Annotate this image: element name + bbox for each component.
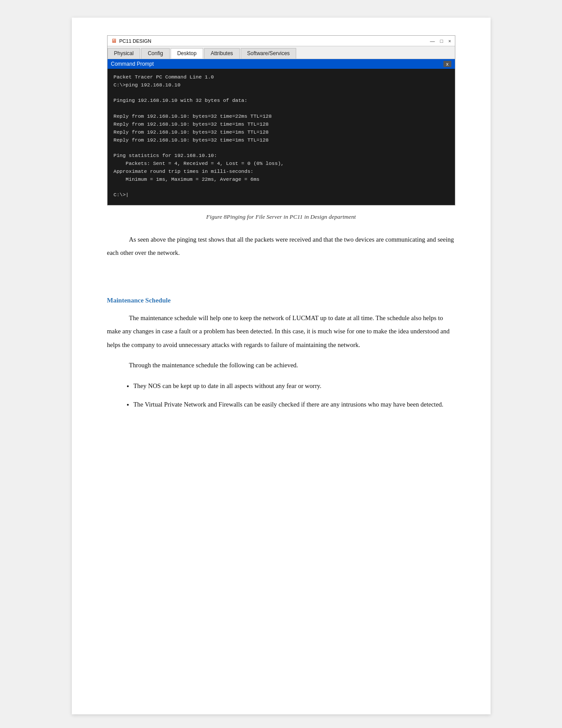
cmd-line-10: Approximate round trip times in milli-se… <box>114 168 253 174</box>
window-title-text: PC11 DESIGN <box>119 38 152 44</box>
simulator-window: 🖥 PC11 DESIGN — □ × Physical Config Desk… <box>107 35 455 205</box>
paragraph-2: The maintenance schedule will help one t… <box>107 311 455 351</box>
cmd-close-button[interactable]: x <box>443 61 451 67</box>
bullet-item-2: The Virtual Private Network and Firewall… <box>134 398 455 411</box>
close-button[interactable]: × <box>448 38 451 44</box>
cmd-prompt[interactable]: C:\>| <box>114 192 129 198</box>
cmd-header: Command Prompt x <box>108 59 455 69</box>
bullet-list: They NOS can be kept up to date in all a… <box>134 379 455 411</box>
section-heading: Maintenance Schedule <box>107 297 455 304</box>
page: 🖥 PC11 DESIGN — □ × Physical Config Desk… <box>72 18 491 714</box>
tab-config[interactable]: Config <box>141 48 170 59</box>
paragraph-1: As seen above the pinging test shows tha… <box>107 233 455 260</box>
cmd-line-6: Reply from 192.168.10.10: bytes=32 time=… <box>114 129 269 135</box>
cmd-line-11: Minimum = 1ms, Maximum = 22ms, Average =… <box>114 176 260 182</box>
cmd-line-4: Reply from 192.168.10.10: bytes=32 time=… <box>114 113 272 119</box>
window-tabs: Physical Config Desktop Attributes Softw… <box>108 46 455 59</box>
paragraph-3: Through the maintenance schedule the fol… <box>107 358 455 372</box>
cmd-line-8: Ping statistics for 192.168.10.10: <box>114 153 217 158</box>
window-icon: 🖥 <box>111 37 117 44</box>
cmd-line-5: Reply from 192.168.10.10: bytes=32 time=… <box>114 121 269 127</box>
cmd-line-9: Packets: Sent = 4, Received = 4, Lost = … <box>114 161 284 166</box>
maximize-button[interactable]: □ <box>440 38 443 44</box>
minimize-button[interactable]: — <box>430 38 435 44</box>
bullet-item-2-text: The Virtual Private Network and Firewall… <box>134 401 443 408</box>
command-prompt-area: Command Prompt x Packet Tracer PC Comman… <box>108 59 455 205</box>
cmd-title: Command Prompt <box>111 61 154 67</box>
window-controls[interactable]: — □ × <box>430 38 451 44</box>
bullet-item-1-text: They NOS can be kept up to date in all a… <box>134 382 322 389</box>
window-titlebar: 🖥 PC11 DESIGN — □ × <box>108 36 455 46</box>
cmd-body[interactable]: Packet Tracer PC Command Line 1.0 C:\>pi… <box>108 69 455 205</box>
tab-attributes[interactable]: Attributes <box>204 48 240 59</box>
cmd-line-3: Pinging 192.168.10.10 with 32 bytes of d… <box>114 97 248 103</box>
bullet-item-1: They NOS can be kept up to date in all a… <box>134 379 455 392</box>
window-title-left: 🖥 PC11 DESIGN <box>111 37 152 44</box>
tab-software-services[interactable]: Software/Services <box>241 48 297 59</box>
tab-desktop[interactable]: Desktop <box>171 48 203 59</box>
cmd-line-7: Reply from 192.168.10.10: bytes=32 time=… <box>114 137 269 143</box>
cmd-line-1: Packet Tracer PC Command Line 1.0 <box>114 74 214 80</box>
cmd-line-2: C:\>ping 192.168.10.10 <box>114 82 181 88</box>
tab-physical[interactable]: Physical <box>108 48 141 59</box>
figure-caption: Figure 8Pinging for File Server in PC11 … <box>107 213 455 220</box>
